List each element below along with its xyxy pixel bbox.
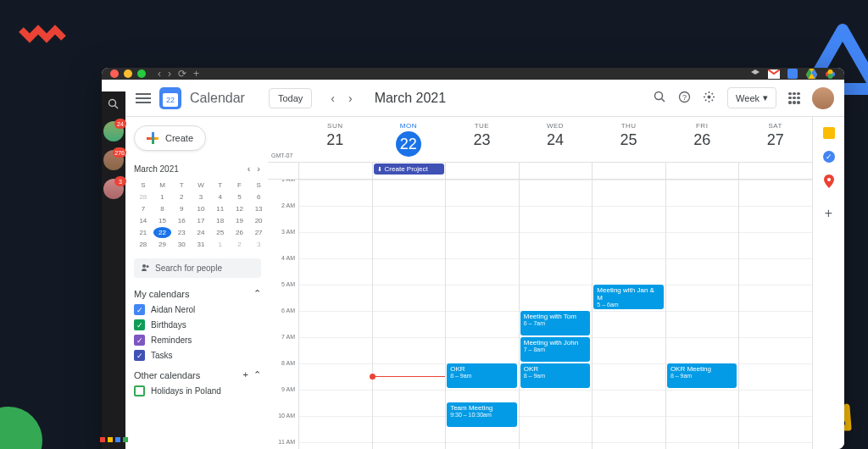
keep-icon[interactable] bbox=[823, 127, 835, 139]
today-button[interactable]: Today bbox=[269, 88, 312, 108]
mini-day[interactable]: 7 bbox=[134, 203, 153, 214]
calendar-item[interactable]: ✓Birthdays bbox=[134, 319, 268, 330]
my-calendars-header[interactable]: My calendars ⌃ bbox=[134, 288, 268, 299]
drive-icon[interactable] bbox=[805, 68, 817, 80]
day-column[interactable]: Meeting with Tom6 – 7amMeeting with John… bbox=[519, 180, 593, 449]
shift-apps-icon[interactable] bbox=[100, 437, 128, 442]
new-tab-icon[interactable]: + bbox=[193, 68, 199, 80]
checkbox-icon[interactable] bbox=[134, 385, 145, 396]
calendar-item[interactable]: ✓Reminders bbox=[134, 335, 268, 346]
workspace-avatar[interactable]: 24 bbox=[103, 121, 124, 141]
mini-day[interactable]: 6 bbox=[249, 191, 268, 202]
mini-day[interactable]: 27 bbox=[249, 227, 268, 238]
photos-icon[interactable] bbox=[824, 68, 836, 80]
mini-day[interactable]: 19 bbox=[231, 215, 249, 226]
mini-day[interactable]: 14 bbox=[134, 215, 153, 226]
minimize-window-button[interactable] bbox=[124, 69, 132, 78]
calendar-item[interactable]: Holidays in Poland bbox=[134, 385, 268, 396]
mini-day[interactable]: 30 bbox=[172, 239, 191, 250]
day-header[interactable]: WED24 bbox=[519, 117, 593, 162]
mini-day[interactable]: 28 bbox=[134, 191, 153, 202]
menu-icon[interactable] bbox=[136, 93, 151, 103]
day-column[interactable] bbox=[738, 180, 812, 449]
maximize-window-button[interactable] bbox=[137, 69, 146, 78]
layers-icon[interactable] bbox=[749, 68, 761, 80]
checkbox-icon[interactable]: ✓ bbox=[134, 350, 145, 361]
calendar-item[interactable]: ✓Tasks bbox=[134, 350, 268, 361]
mini-day[interactable]: 21 bbox=[134, 227, 153, 238]
mini-day[interactable]: 28 bbox=[134, 239, 153, 250]
tasks-icon[interactable]: ✓ bbox=[823, 151, 835, 163]
day-header[interactable]: SUN21 bbox=[298, 117, 372, 162]
gmail-icon[interactable] bbox=[768, 68, 780, 80]
mini-day[interactable]: 16 bbox=[172, 215, 191, 226]
mini-day[interactable]: 20 bbox=[249, 215, 268, 226]
event[interactable]: Meeting with John7 – 8am bbox=[520, 337, 591, 362]
close-window-button[interactable] bbox=[110, 69, 119, 78]
mini-day[interactable]: 15 bbox=[153, 215, 172, 226]
mini-day[interactable]: 23 bbox=[172, 227, 191, 238]
day-header[interactable]: MON22 bbox=[372, 117, 446, 162]
mini-day[interactable]: 3 bbox=[249, 239, 268, 250]
mini-day[interactable]: 4 bbox=[211, 191, 230, 202]
mini-day[interactable]: 10 bbox=[192, 203, 210, 214]
allday-event-chip[interactable]: ⬇ Create Project bbox=[374, 164, 445, 175]
add-calendar-icon[interactable]: + bbox=[243, 369, 248, 380]
mini-day[interactable]: 18 bbox=[211, 215, 230, 226]
day-header[interactable]: THU25 bbox=[592, 117, 665, 162]
mini-day[interactable]: 3 bbox=[192, 191, 210, 202]
user-avatar[interactable] bbox=[812, 87, 834, 109]
calendar-item[interactable]: ✓Aidan Nerol bbox=[134, 304, 268, 315]
mini-day[interactable]: 29 bbox=[153, 239, 172, 250]
help-icon[interactable]: ? bbox=[678, 91, 691, 106]
mini-day[interactable]: 26 bbox=[231, 227, 249, 238]
mini-next-button[interactable]: › bbox=[254, 163, 263, 175]
event[interactable]: OKR8 – 9am bbox=[520, 363, 591, 388]
mini-day[interactable]: 22 bbox=[153, 227, 172, 238]
create-button[interactable]: Create bbox=[134, 125, 206, 151]
checkbox-icon[interactable]: ✓ bbox=[134, 304, 145, 315]
mini-day[interactable]: 5 bbox=[231, 191, 249, 202]
mini-prev-button[interactable]: ‹ bbox=[245, 163, 253, 175]
apps-grid-icon[interactable] bbox=[788, 92, 800, 104]
prev-period-button[interactable]: ‹ bbox=[326, 89, 340, 108]
mini-day[interactable]: 31 bbox=[192, 239, 210, 250]
add-panel-icon[interactable]: + bbox=[822, 207, 836, 220]
day-header[interactable]: FRI26 bbox=[665, 117, 739, 162]
event[interactable]: Team Meeting9:30 – 10:30am bbox=[447, 402, 517, 427]
mini-day[interactable]: 1 bbox=[153, 191, 172, 202]
calendar-ext-icon[interactable] bbox=[787, 68, 798, 80]
event[interactable]: Meeting with Tom6 – 7am bbox=[520, 311, 591, 335]
event[interactable]: Meeting with Jan & M5 – 6am bbox=[593, 285, 664, 309]
checkbox-icon[interactable]: ✓ bbox=[134, 335, 145, 346]
mini-day[interactable]: 2 bbox=[231, 239, 249, 250]
event[interactable]: OKR8 – 9am bbox=[447, 363, 517, 388]
reload-icon[interactable]: ⟳ bbox=[178, 68, 186, 80]
back-icon[interactable]: ‹ bbox=[158, 68, 161, 80]
settings-icon[interactable] bbox=[703, 91, 715, 106]
view-selector[interactable]: Week ▾ bbox=[727, 87, 776, 108]
mini-day[interactable]: 13 bbox=[249, 203, 268, 214]
day-header[interactable]: SAT27 bbox=[738, 117, 812, 162]
mini-day[interactable]: 11 bbox=[211, 203, 230, 214]
maps-icon[interactable] bbox=[822, 175, 836, 188]
mini-day[interactable]: 9 bbox=[172, 203, 191, 214]
checkbox-icon[interactable]: ✓ bbox=[134, 319, 145, 330]
shift-search-icon[interactable] bbox=[108, 98, 120, 113]
other-calendars-header[interactable]: Other calendars + ⌃ bbox=[134, 369, 268, 380]
next-period-button[interactable]: › bbox=[343, 89, 358, 108]
mini-day[interactable]: 12 bbox=[231, 203, 249, 214]
mini-day[interactable]: 2 bbox=[172, 191, 191, 202]
day-column[interactable]: OKR8 – 9amTeam Meeting9:30 – 10:30am bbox=[445, 180, 519, 449]
day-column[interactable]: OKR Meeting8 – 9am bbox=[665, 180, 739, 449]
search-people-input[interactable]: Search for people bbox=[134, 258, 261, 278]
mini-day[interactable]: 17 bbox=[192, 215, 210, 226]
workspace-avatar[interactable]: 276 bbox=[103, 150, 124, 170]
mini-day[interactable]: 8 bbox=[153, 203, 172, 214]
day-column[interactable] bbox=[298, 180, 372, 449]
search-icon[interactable] bbox=[654, 91, 666, 106]
mini-day[interactable]: 25 bbox=[211, 227, 230, 238]
day-header[interactable]: TUE23 bbox=[445, 117, 519, 162]
mini-day[interactable]: 1 bbox=[211, 239, 230, 250]
day-column[interactable] bbox=[372, 180, 446, 449]
